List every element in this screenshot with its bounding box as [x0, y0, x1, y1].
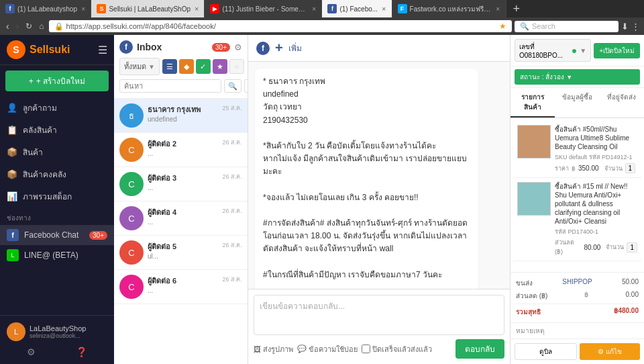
- price-label-0: ราคา: [555, 164, 569, 173]
- inbox-item-time-1: 26 ส.ค.: [222, 138, 242, 162]
- tab-shipping-address[interactable]: ที่อยู่จัดส่ง: [600, 88, 644, 118]
- inbox-item-2[interactable]: C ผู้ติดต่อ 3 ... 26 ส.ค.: [114, 167, 248, 201]
- add-new-bill-button[interactable]: +เปิดบิลใหม่: [594, 43, 640, 58]
- browser-tab-3[interactable]: ▶ (11) Justin Bieber - Somebody ×: [205, 0, 322, 17]
- address-bar[interactable]: 🔒 https://app.sellsuki.com/#/app/8406/fa…: [49, 20, 512, 32]
- right-panel: เลขที่ O08180BPO... ● ▼ +เปิดบิลใหม่ สถา…: [510, 35, 644, 364]
- account-avatar: L: [7, 322, 25, 341]
- plus-icon: +: [29, 77, 34, 86]
- settings-icon[interactable]: ⚙: [27, 347, 36, 357]
- chat-input-field[interactable]: เขียนข้อความตอบกลับ...: [254, 295, 504, 335]
- sidebar-item-customer-label: ลูกค้าถาม: [23, 101, 57, 114]
- inbox-item-name-1: ผู้ติดต่อ 2: [148, 138, 218, 150]
- lock-icon: 🔒: [54, 22, 64, 31]
- inbox-item-0[interactable]: ธ ธนาคาร กรุงเทพ undefined 25 ส.ค.: [114, 99, 248, 133]
- inbox-item-preview-4: ul...: [148, 253, 218, 260]
- inbox-item-3[interactable]: C ผู้ติดต่อ 4 ... 26 ส.ค.: [114, 201, 248, 236]
- sidebar-header: S Sellsuki ☰: [0, 35, 114, 65]
- discount-input-icon[interactable]: ฿: [584, 291, 588, 301]
- create-bill-button[interactable]: + + สร้างบิลใหม่: [5, 71, 109, 91]
- sidebar-item-customer[interactable]: 👤 ลูกค้าถาม: [0, 97, 114, 119]
- tab-buyer-info[interactable]: ข้อมูลผู้ซื้อ: [555, 88, 599, 118]
- sidebar-item-line[interactable]: L LINE@ (BETA): [0, 245, 114, 265]
- account-email: seliniza@outlook...: [30, 332, 107, 339]
- filter-icon-green[interactable]: ✓: [196, 59, 211, 74]
- bookmark-icon[interactable]: ★: [499, 21, 506, 31]
- tab-close-4[interactable]: ×: [382, 5, 386, 13]
- inbox-item-name-0: ธนาคาร กรุงเทพ: [148, 103, 218, 116]
- qty-val-1: 1: [627, 242, 637, 253]
- forward-btn[interactable]: ›: [14, 19, 21, 33]
- order-id-area: เลขที่ O08180BPO... ● ▼: [515, 39, 591, 62]
- inbox-item-1[interactable]: C ผู้ติดต่อ 2 ... 26 ส.ค.: [114, 133, 248, 167]
- inbox-filter-dropdown[interactable]: ทั้งหมด ▼: [119, 58, 160, 75]
- hamburger-menu-icon[interactable]: ☰: [98, 44, 107, 56]
- inbox-search-button[interactable]: 🔍: [224, 79, 241, 93]
- edit-button[interactable]: ⚙ แก้ไข: [580, 343, 641, 360]
- filter-icon-list[interactable]: ☰: [162, 59, 177, 74]
- order-dropdown-icon[interactable]: ▼: [580, 47, 586, 54]
- order-status-button[interactable]: สถานะ : สั่งวอง ▼: [515, 69, 640, 85]
- inbox-item-time-4: 26 ส.ค.: [222, 240, 242, 265]
- inbox-item-content-0: ธนาคาร กรุงเทพ undefined: [148, 103, 218, 128]
- inbox-settings-icon[interactable]: ⚙: [234, 42, 242, 52]
- template-message-button[interactable]: 💬 ข้อความใช้บ่อย: [297, 343, 358, 355]
- inbox-item-4[interactable]: C ผู้ติดต่อ 5 ul... 26 ส.ค.: [114, 236, 248, 270]
- download-icon[interactable]: ⬇: [621, 21, 629, 32]
- product-sku-1: รหัส PD17400-1: [555, 227, 637, 236]
- search-text: Search: [532, 22, 555, 30]
- filter-icon-extra[interactable]: ○: [229, 59, 244, 74]
- sidebar-item-products[interactable]: 📦 สินค้า: [0, 141, 114, 163]
- discount-label: ส่วนลด (฿): [516, 291, 547, 301]
- search-bar[interactable]: 🔍 Search: [515, 21, 619, 32]
- sidebar-item-overview[interactable]: 📊 ภาพรวมสต็อก: [0, 185, 114, 208]
- line-label: LINE@ (BETA): [24, 251, 78, 260]
- close-after-send-checkbox[interactable]: [362, 345, 370, 353]
- tab-close-2[interactable]: ×: [195, 5, 199, 13]
- inbox-filter-icons: ☰ ◆ ✓ ★ ○: [162, 59, 244, 74]
- inbox-item-content-1: ผู้ติดต่อ 2 ...: [148, 138, 218, 162]
- browser-tab-5[interactable]: F Fastwork.co แหล่งรวมฟรีแลนซ์ ×: [392, 0, 506, 17]
- shipping-label: ขนส่ง: [516, 278, 533, 288]
- filter-icon-purple[interactable]: ★: [213, 59, 227, 74]
- edit-label: แก้ไข: [606, 347, 622, 357]
- view-bill-button[interactable]: ดูบิล: [515, 343, 577, 360]
- sidebar-item-stock-label: สินค้าคงคลัง: [23, 168, 66, 181]
- browser-tab-1[interactable]: f (1) LaLabeautyshop ×: [0, 0, 91, 17]
- refresh-btn[interactable]: ↻: [23, 20, 34, 32]
- stock-icon: 📦: [7, 169, 17, 179]
- inbox-item-time-3: 26 ส.ค.: [222, 206, 242, 230]
- inbox-item-5[interactable]: C ผู้ติดต่อ 6 ... 26 ส.ค.: [114, 270, 248, 304]
- menu-dots[interactable]: ⋮: [631, 21, 640, 32]
- sidebar-item-facebook-chat[interactable]: f Facebook Chat 30+: [0, 225, 114, 245]
- tab-close-5[interactable]: ×: [496, 5, 500, 13]
- tab-product-list[interactable]: รายการสินค้า: [511, 88, 555, 118]
- home-btn[interactable]: ⌂: [37, 20, 46, 32]
- nav-bar: ‹ › ↻ ⌂ 🔒 https://app.sellsuki.com/#/app…: [0, 17, 644, 35]
- account-row[interactable]: L LaLaBeautyShop seliniza@outlook...: [7, 320, 107, 344]
- message-text: * ธนาคาร กรุงเทพ undefined วัตถุ เวทยา 2…: [263, 75, 470, 289]
- discount-row: ส่วนลด (฿) ฿ 0.00: [516, 289, 639, 302]
- facebook-chat-badge: 30+: [89, 231, 107, 240]
- add-to-chat-button[interactable]: +: [275, 40, 283, 56]
- browser-tab-4[interactable]: f (1) Facebo... ×: [322, 0, 392, 17]
- sidebar-item-inventory[interactable]: 📋 คลังสินค้า: [0, 119, 114, 141]
- products-icon: 📦: [7, 147, 17, 157]
- tab-close-3[interactable]: ×: [312, 5, 316, 13]
- back-btn[interactable]: ‹: [4, 19, 11, 33]
- filter-icon-orange[interactable]: ◆: [179, 59, 194, 74]
- note-area: หมายเหตุ: [511, 322, 644, 338]
- inbox-item-time-0: 25 ส.ค.: [222, 103, 242, 128]
- inbox-search-input[interactable]: [119, 79, 221, 93]
- product-image-1: [517, 182, 551, 216]
- tab-close-1[interactable]: ×: [81, 5, 85, 13]
- help-icon[interactable]: ❓: [76, 347, 87, 357]
- browser-tab-2[interactable]: S Sellsuki | LaLaBeautyShOp ×: [91, 0, 205, 17]
- send-reply-button[interactable]: ตอบกลับ: [455, 339, 504, 359]
- attach-image-button[interactable]: 🖼 ส่งรูปภาพ: [254, 343, 293, 355]
- template-icon: 💬: [297, 345, 307, 353]
- inbox-item-avatar-4: C: [119, 240, 144, 265]
- new-tab-btn[interactable]: +: [506, 0, 527, 17]
- sidebar-item-stock[interactable]: 📦 สินค้าคงคลัง: [0, 163, 114, 185]
- status-dropdown-icon: ▼: [566, 74, 572, 81]
